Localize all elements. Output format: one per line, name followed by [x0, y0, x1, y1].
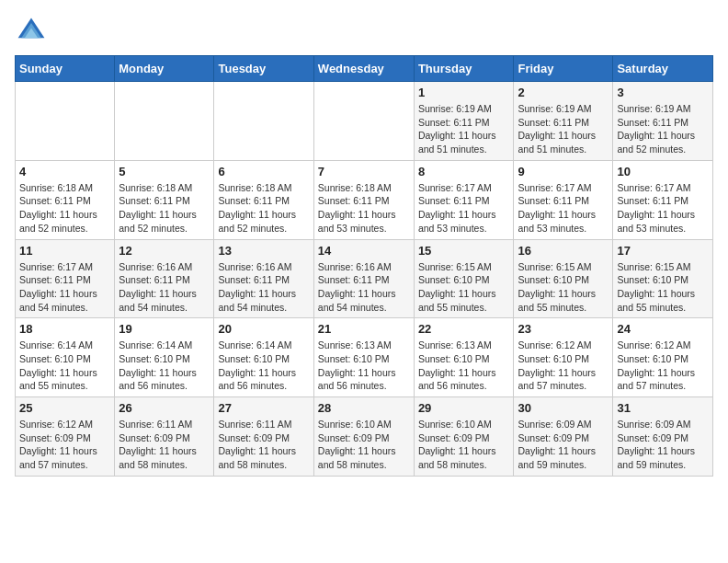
day-number: 19	[119, 322, 210, 336]
day-info: Sunrise: 6:16 AMSunset: 6:11 PMDaylight:…	[119, 260, 210, 315]
header-thursday: Thursday	[414, 56, 514, 82]
day-number: 15	[418, 244, 510, 258]
day-info: Sunrise: 6:12 AMSunset: 6:10 PMDaylight:…	[518, 339, 609, 393]
day-number: 27	[218, 401, 309, 415]
day-number: 25	[19, 401, 110, 415]
day-info: Sunrise: 6:09 AMSunset: 6:09 PMDaylight:…	[518, 418, 609, 472]
header-saturday: Saturday	[613, 56, 713, 82]
day-info: Sunrise: 6:15 AMSunset: 6:10 PMDaylight:…	[617, 260, 709, 315]
day-info: Sunrise: 6:17 AMSunset: 6:11 PMDaylight:…	[19, 260, 110, 315]
day-info: Sunrise: 6:14 AMSunset: 6:10 PMDaylight:…	[218, 339, 309, 393]
day-number: 10	[617, 165, 709, 178]
calendar-cell: 5Sunrise: 6:18 AMSunset: 6:11 PMDaylight…	[115, 160, 214, 239]
day-number: 17	[617, 244, 709, 258]
calendar-cell: 3Sunrise: 6:19 AMSunset: 6:11 PMDaylight…	[613, 82, 713, 161]
day-info: Sunrise: 6:16 AMSunset: 6:11 PMDaylight:…	[218, 260, 309, 315]
day-number: 30	[518, 401, 609, 415]
page-header	[15, 15, 713, 48]
header-monday: Monday	[115, 56, 214, 82]
calendar-cell: 1Sunrise: 6:19 AMSunset: 6:11 PMDaylight…	[414, 82, 514, 161]
calendar-cell: 27Sunrise: 6:11 AMSunset: 6:09 PMDayligh…	[214, 397, 313, 477]
day-info: Sunrise: 6:14 AMSunset: 6:10 PMDaylight:…	[19, 339, 110, 393]
calendar-week-row: 4Sunrise: 6:18 AMSunset: 6:11 PMDaylight…	[16, 160, 713, 239]
day-number: 28	[318, 401, 410, 415]
calendar-cell: 10Sunrise: 6:17 AMSunset: 6:11 PMDayligh…	[613, 160, 713, 239]
calendar-week-row: 1Sunrise: 6:19 AMSunset: 6:11 PMDaylight…	[16, 82, 713, 161]
day-info: Sunrise: 6:18 AMSunset: 6:11 PMDaylight:…	[218, 181, 309, 236]
calendar-cell: 9Sunrise: 6:17 AMSunset: 6:11 PMDaylight…	[514, 160, 613, 239]
day-number: 2	[518, 86, 609, 99]
calendar-cell: 16Sunrise: 6:15 AMSunset: 6:10 PMDayligh…	[514, 239, 613, 318]
calendar-cell: 7Sunrise: 6:18 AMSunset: 6:11 PMDaylight…	[313, 160, 414, 239]
calendar-cell: 18Sunrise: 6:14 AMSunset: 6:10 PMDayligh…	[16, 318, 115, 397]
calendar-cell	[115, 82, 214, 161]
header-wednesday: Wednesday	[313, 56, 414, 82]
calendar-cell: 28Sunrise: 6:10 AMSunset: 6:09 PMDayligh…	[313, 397, 414, 477]
calendar-cell: 19Sunrise: 6:14 AMSunset: 6:10 PMDayligh…	[115, 318, 214, 397]
day-info: Sunrise: 6:11 AMSunset: 6:09 PMDaylight:…	[119, 418, 210, 472]
calendar-table: SundayMondayTuesdayWednesdayThursdayFrid…	[15, 55, 713, 477]
day-info: Sunrise: 6:16 AMSunset: 6:11 PMDaylight:…	[318, 260, 410, 315]
day-info: Sunrise: 6:14 AMSunset: 6:10 PMDaylight:…	[119, 339, 210, 393]
day-number: 16	[518, 244, 609, 258]
logo-icon	[15, 15, 48, 48]
day-number: 12	[119, 244, 210, 258]
day-info: Sunrise: 6:19 AMSunset: 6:11 PMDaylight:…	[518, 102, 609, 156]
day-info: Sunrise: 6:13 AMSunset: 6:10 PMDaylight:…	[418, 339, 510, 393]
day-number: 24	[617, 322, 709, 336]
day-info: Sunrise: 6:15 AMSunset: 6:10 PMDaylight:…	[418, 260, 510, 315]
day-number: 5	[119, 165, 210, 178]
day-number: 7	[318, 165, 410, 178]
calendar-week-row: 25Sunrise: 6:12 AMSunset: 6:09 PMDayligh…	[16, 397, 713, 477]
day-info: Sunrise: 6:17 AMSunset: 6:11 PMDaylight:…	[518, 181, 609, 236]
calendar-cell: 25Sunrise: 6:12 AMSunset: 6:09 PMDayligh…	[16, 397, 115, 477]
calendar-cell: 12Sunrise: 6:16 AMSunset: 6:11 PMDayligh…	[115, 239, 214, 318]
calendar-cell	[214, 82, 313, 161]
calendar-cell: 21Sunrise: 6:13 AMSunset: 6:10 PMDayligh…	[313, 318, 414, 397]
day-info: Sunrise: 6:11 AMSunset: 6:09 PMDaylight:…	[218, 418, 309, 472]
day-number: 20	[218, 322, 309, 336]
day-number: 29	[418, 401, 510, 415]
calendar-week-row: 18Sunrise: 6:14 AMSunset: 6:10 PMDayligh…	[16, 318, 713, 397]
calendar-cell	[16, 82, 115, 161]
calendar-week-row: 11Sunrise: 6:17 AMSunset: 6:11 PMDayligh…	[16, 239, 713, 318]
calendar-cell: 30Sunrise: 6:09 AMSunset: 6:09 PMDayligh…	[514, 397, 613, 477]
day-info: Sunrise: 6:18 AMSunset: 6:11 PMDaylight:…	[318, 181, 410, 236]
day-number: 26	[119, 401, 210, 415]
day-info: Sunrise: 6:12 AMSunset: 6:09 PMDaylight:…	[19, 418, 110, 472]
calendar-cell: 13Sunrise: 6:16 AMSunset: 6:11 PMDayligh…	[214, 239, 313, 318]
calendar-cell: 24Sunrise: 6:12 AMSunset: 6:10 PMDayligh…	[613, 318, 713, 397]
day-info: Sunrise: 6:19 AMSunset: 6:11 PMDaylight:…	[617, 102, 709, 156]
calendar-cell: 29Sunrise: 6:10 AMSunset: 6:09 PMDayligh…	[414, 397, 514, 477]
day-number: 13	[218, 244, 309, 258]
day-number: 31	[617, 401, 709, 415]
day-number: 18	[19, 322, 110, 336]
day-number: 9	[518, 165, 609, 178]
calendar-cell: 6Sunrise: 6:18 AMSunset: 6:11 PMDaylight…	[214, 160, 313, 239]
calendar-cell: 31Sunrise: 6:09 AMSunset: 6:09 PMDayligh…	[613, 397, 713, 477]
header-tuesday: Tuesday	[214, 56, 313, 82]
day-info: Sunrise: 6:18 AMSunset: 6:11 PMDaylight:…	[119, 181, 210, 236]
calendar-cell: 23Sunrise: 6:12 AMSunset: 6:10 PMDayligh…	[514, 318, 613, 397]
calendar-cell: 11Sunrise: 6:17 AMSunset: 6:11 PMDayligh…	[16, 239, 115, 318]
header-sunday: Sunday	[16, 56, 115, 82]
day-info: Sunrise: 6:17 AMSunset: 6:11 PMDaylight:…	[418, 181, 510, 236]
day-info: Sunrise: 6:09 AMSunset: 6:09 PMDaylight:…	[617, 418, 709, 472]
day-number: 6	[218, 165, 309, 178]
calendar-cell: 14Sunrise: 6:16 AMSunset: 6:11 PMDayligh…	[313, 239, 414, 318]
header-friday: Friday	[514, 56, 613, 82]
calendar-cell: 4Sunrise: 6:18 AMSunset: 6:11 PMDaylight…	[16, 160, 115, 239]
calendar-cell: 8Sunrise: 6:17 AMSunset: 6:11 PMDaylight…	[414, 160, 514, 239]
day-number: 11	[19, 244, 110, 258]
calendar-cell: 2Sunrise: 6:19 AMSunset: 6:11 PMDaylight…	[514, 82, 613, 161]
day-info: Sunrise: 6:10 AMSunset: 6:09 PMDaylight:…	[418, 418, 510, 472]
day-number: 14	[318, 244, 410, 258]
day-number: 4	[19, 165, 110, 178]
calendar-cell: 20Sunrise: 6:14 AMSunset: 6:10 PMDayligh…	[214, 318, 313, 397]
day-number: 21	[318, 322, 410, 336]
day-info: Sunrise: 6:17 AMSunset: 6:11 PMDaylight:…	[617, 181, 709, 236]
day-info: Sunrise: 6:18 AMSunset: 6:11 PMDaylight:…	[19, 181, 110, 236]
calendar-cell	[313, 82, 414, 161]
day-info: Sunrise: 6:19 AMSunset: 6:11 PMDaylight:…	[418, 102, 510, 156]
day-number: 3	[617, 86, 709, 99]
